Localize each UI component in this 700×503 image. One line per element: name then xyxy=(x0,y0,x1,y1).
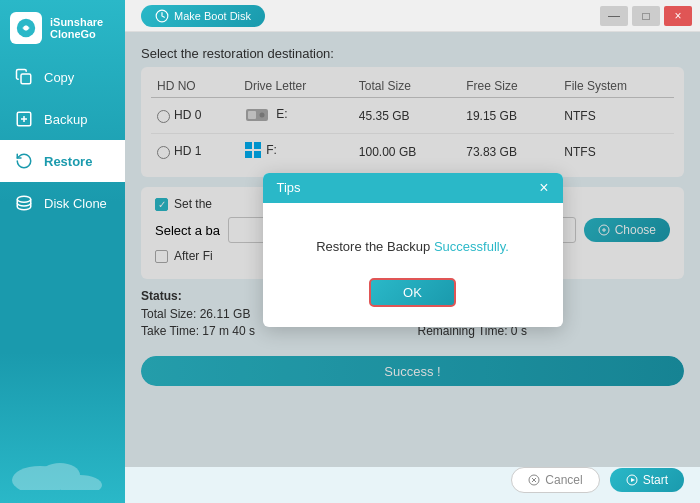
start-button[interactable]: Start xyxy=(610,468,684,492)
content-area: Select the restoration destination: HD N… xyxy=(125,32,700,467)
disk-clone-icon xyxy=(14,193,34,213)
make-boot-disk-button[interactable]: Make Boot Disk xyxy=(141,5,265,27)
ok-button[interactable]: OK xyxy=(369,278,456,307)
main-content: Make Boot Disk — □ × Select the restorat… xyxy=(125,0,700,503)
close-button[interactable]: × xyxy=(664,6,692,26)
logo-icon xyxy=(10,12,42,44)
restore-icon xyxy=(14,151,34,171)
svg-point-4 xyxy=(17,196,31,202)
modal-footer: OK xyxy=(263,278,563,327)
svg-point-7 xyxy=(40,463,80,487)
sidebar-item-backup-label: Backup xyxy=(44,112,87,127)
modal-header: Tips × xyxy=(263,173,563,203)
modal-close-button[interactable]: × xyxy=(539,180,548,196)
modal-title: Tips xyxy=(277,180,301,195)
svg-rect-2 xyxy=(21,74,31,84)
modal-message-success: Successfully. xyxy=(434,239,509,254)
copy-icon xyxy=(14,67,34,87)
modal-message-prefix: Restore the Backup xyxy=(316,239,434,254)
sidebar: iSunshare CloneGo Copy Backup xyxy=(0,0,125,503)
backup-icon xyxy=(14,109,34,129)
logo-text: iSunshare CloneGo xyxy=(50,16,103,40)
sidebar-item-disk-clone-label: Disk Clone xyxy=(44,196,107,211)
sidebar-item-restore-label: Restore xyxy=(44,154,92,169)
titlebar: Make Boot Disk — □ × xyxy=(125,0,700,32)
sidebar-item-copy-label: Copy xyxy=(44,70,74,85)
sidebar-item-disk-clone[interactable]: Disk Clone xyxy=(0,182,125,224)
cancel-button[interactable]: Cancel xyxy=(511,467,599,493)
tips-modal: Tips × Restore the Backup Successfully. … xyxy=(263,173,563,327)
svg-marker-19 xyxy=(631,478,635,482)
sidebar-item-copy[interactable]: Copy xyxy=(0,56,125,98)
minimize-button[interactable]: — xyxy=(600,6,628,26)
app-logo: iSunshare CloneGo xyxy=(0,0,125,56)
svg-point-1 xyxy=(24,26,29,31)
sidebar-item-restore[interactable]: Restore xyxy=(0,140,125,182)
sidebar-item-backup[interactable]: Backup xyxy=(0,98,125,140)
bottom-bar: Cancel Start xyxy=(125,467,700,503)
modal-overlay: Tips × Restore the Backup Successfully. … xyxy=(125,32,700,467)
maximize-button[interactable]: □ xyxy=(632,6,660,26)
modal-body: Restore the Backup Successfully. xyxy=(263,203,563,278)
